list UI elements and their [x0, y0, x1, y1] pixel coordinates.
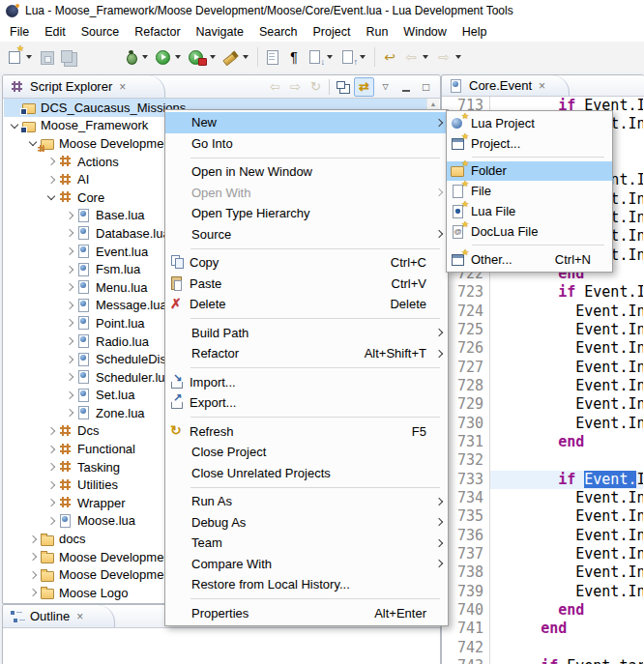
run-dropdown-caret[interactable]: [175, 55, 181, 59]
new-submenu-item-file[interactable]: File: [447, 181, 612, 201]
scroll-up-icon[interactable]: ▲: [427, 99, 439, 107]
context-menu-item-open-with[interactable]: Open With: [165, 183, 448, 204]
context-menu-item-new[interactable]: New: [165, 112, 448, 133]
menubar-item-search[interactable]: Search: [251, 23, 306, 41]
context-menu-item-open-in-new-window[interactable]: Open in New Window: [165, 161, 448, 183]
chevron-right-icon[interactable]: [63, 320, 76, 326]
chevron-right-icon[interactable]: [44, 500, 58, 505]
context-menu-item-paste[interactable]: PasteCtrl+V: [165, 274, 448, 295]
code-line-732[interactable]: 732: [443, 451, 643, 470]
code-line-729[interactable]: 729 Event.IniDCSGroupName = Event.IniGro…: [443, 395, 643, 414]
forward-dropdown-caret[interactable]: [455, 55, 461, 59]
code-line-731[interactable]: 731 end: [443, 433, 643, 451]
menubar-item-edit[interactable]: Edit: [37, 23, 73, 41]
code-line-736[interactable]: 736 Event.IniGroup = GROUP:FindByName( E…: [443, 527, 643, 545]
chevron-right-icon[interactable]: [26, 572, 40, 578]
chevron-right-icon[interactable]: [63, 357, 76, 362]
last-edit-button[interactable]: ↩: [380, 47, 399, 67]
view-menu-icon[interactable]: ▽: [376, 78, 395, 96]
minimize-icon[interactable]: [396, 78, 415, 96]
context-menu-item-export[interactable]: Export...: [165, 392, 448, 414]
search-button[interactable]: [221, 47, 252, 67]
code-line-739[interactable]: 739 Event.IniUnit = UNIT:FindByName( Eve…: [443, 583, 643, 601]
menubar-item-source[interactable]: Source: [73, 23, 128, 41]
close-icon[interactable]: ×: [76, 611, 83, 622]
code-line-733[interactable]: 733 if Event.IniDCSGroup and Event.IniDC…: [443, 471, 643, 489]
chevron-right-icon[interactable]: [63, 284, 76, 290]
code-line-730[interactable]: 730 Event.IniCategory = Event.IniDCSUnit…: [443, 415, 643, 433]
chevron-right-icon[interactable]: [26, 590, 40, 595]
forward-icon[interactable]: ⇨: [286, 78, 305, 96]
context-menu-item-build-path[interactable]: Build Path: [165, 323, 448, 344]
code-line-740[interactable]: 740 end: [443, 601, 643, 620]
coverage-button[interactable]: [187, 47, 220, 67]
code-line-742[interactable]: 742: [443, 639, 643, 657]
context-menu-item-open-type-hierarchy[interactable]: Open Type Hierarchy: [165, 203, 448, 224]
back-button[interactable]: ⇦: [401, 47, 432, 67]
code-line-741[interactable]: 741 end: [443, 620, 643, 638]
prev-annotation-button[interactable]: [338, 47, 369, 67]
coverage-dropdown-caret[interactable]: [210, 55, 216, 59]
chevron-down-icon[interactable]: [8, 124, 21, 128]
context-menu-item-properties[interactable]: PropertiesAlt+Enter: [165, 603, 448, 624]
show-whitespace-button[interactable]: ¶: [284, 47, 304, 67]
menubar-item-window[interactable]: Window: [395, 23, 454, 41]
code-line-743[interactable]: 743 if Event.target then: [443, 657, 643, 664]
link-editor-icon[interactable]: ⇄: [354, 77, 374, 97]
debug-button[interactable]: [121, 47, 152, 67]
back-icon[interactable]: ⇦: [266, 78, 284, 96]
context-menu-item-copy[interactable]: CopyCtrl+C: [165, 252, 448, 274]
menubar-item-file[interactable]: File: [2, 23, 37, 41]
tab-outline[interactable]: Outline ×: [3, 605, 115, 627]
code-line-727[interactable]: 727 Event.IniUnitName = Event.IniDCSUnit…: [443, 359, 643, 377]
new-submenu-item-other[interactable]: Other...Ctrl+N: [447, 249, 612, 270]
menubar-item-navigate[interactable]: Navigate: [189, 23, 251, 41]
chevron-right-icon[interactable]: [63, 303, 76, 308]
context-menu-item-go-into[interactable]: Go Into: [165, 133, 448, 155]
code-line-723[interactable]: 723 if Event.IniObjectCategory == Object…: [443, 283, 643, 302]
new-submenu-item-project[interactable]: Project...: [447, 133, 612, 154]
code-line-734[interactable]: 734 Event.IniDCSGroupName = Event.IniDCS…: [443, 489, 643, 507]
chevron-right-icon[interactable]: [44, 482, 58, 488]
code-line-724[interactable]: 724 Event.IniDCSUnit = Event.initiator: [443, 303, 643, 321]
chevron-right-icon[interactable]: [63, 410, 76, 416]
chevron-right-icon[interactable]: [63, 374, 76, 380]
menubar-item-run[interactable]: Run: [358, 23, 395, 41]
mark-occurrences-button[interactable]: [263, 47, 282, 67]
new-submenu-item-lua-file[interactable]: Lua File: [447, 201, 612, 221]
context-menu-item-source[interactable]: Source: [165, 224, 448, 245]
chevron-right-icon[interactable]: [44, 464, 58, 470]
run-button[interactable]: [154, 47, 185, 67]
code-line-728[interactable]: 728 Event.IniUnit = UNIT:FindByName( Eve…: [443, 377, 643, 395]
chevron-right-icon[interactable]: [44, 428, 58, 434]
context-menu-item-debug-as[interactable]: Debug As: [165, 512, 448, 534]
forward-button[interactable]: ⇨: [434, 47, 465, 67]
chevron-right-icon[interactable]: [63, 392, 76, 398]
new-wizard-button[interactable]: [5, 47, 36, 67]
context-menu-item-close-project[interactable]: Close Project: [165, 442, 448, 463]
chevron-right-icon[interactable]: [26, 536, 40, 542]
close-icon[interactable]: ×: [119, 81, 126, 93]
chevron-right-icon[interactable]: [63, 248, 76, 254]
save-button[interactable]: [38, 47, 57, 67]
new-submenu-item-folder[interactable]: Folder: [447, 161, 612, 182]
chevron-right-icon[interactable]: [63, 230, 76, 236]
chevron-right-icon[interactable]: [44, 177, 58, 183]
tab-core-event[interactable]: Core.Event ×: [442, 75, 570, 96]
chevron-right-icon[interactable]: [26, 554, 40, 560]
context-menu-item-run-as[interactable]: Run As: [165, 491, 448, 512]
debug-dropdown-caret[interactable]: [142, 55, 148, 59]
chevron-right-icon[interactable]: [63, 267, 76, 273]
context-menu-item-restore-from-local-history[interactable]: Restore from Local History...: [165, 574, 448, 595]
code-line-725[interactable]: 725 Event.IniDCSGroup = Event.IniDCSUnit…: [443, 321, 643, 339]
menubar-item-refactor[interactable]: Refactor: [127, 23, 188, 41]
code-line-738[interactable]: 738 Event.IniUnitName = Event.IniDCSUnit…: [443, 563, 643, 582]
close-icon[interactable]: ×: [539, 80, 545, 92]
code-line-737[interactable]: 737 Event.IniDCSUnitName = Event.IniDCSU…: [443, 545, 643, 563]
new-submenu-item-lua-project[interactable]: Lua Project: [447, 113, 612, 133]
next-annotation-dropdown-caret[interactable]: [327, 55, 333, 59]
collapse-all-icon[interactable]: [334, 78, 352, 96]
code-line-735[interactable]: 735 Event.IniGroupName = Event.IniDCSGro…: [443, 507, 643, 526]
tab-script-explorer[interactable]: Script Explorer ×: [3, 75, 165, 98]
new-submenu-item-doclua-file[interactable]: DocLua File: [447, 221, 612, 242]
